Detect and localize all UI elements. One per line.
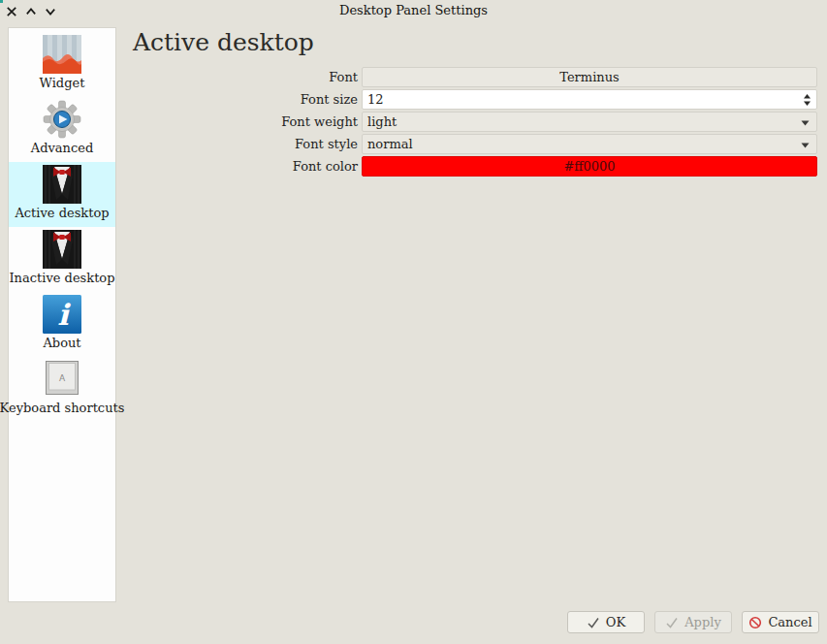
spinner-arrows-icon[interactable] xyxy=(803,93,811,107)
chevron-up-icon[interactable] xyxy=(25,6,37,17)
footer-buttons: OK Apply Cancel xyxy=(567,611,819,633)
widget-icon xyxy=(43,35,81,74)
dropdown-arrow-icon xyxy=(801,143,810,148)
check-icon xyxy=(665,616,679,629)
sidebar-item-label: Keyboard shortcuts xyxy=(0,401,124,415)
titlebar: Desktop Panel Settings xyxy=(0,0,827,23)
cancel-button-label: Cancel xyxy=(768,615,811,629)
font-button[interactable]: Terminus xyxy=(362,67,817,87)
font-weight-row: Font weight light xyxy=(126,112,817,132)
ok-button[interactable]: OK xyxy=(567,611,645,633)
font-style-label: Font style xyxy=(126,134,360,154)
sidebar-item-advanced[interactable]: Advanced xyxy=(9,97,115,162)
sidebar: Widget Advanced xyxy=(8,27,116,602)
close-icon[interactable] xyxy=(6,6,17,17)
font-style-dropdown[interactable]: normal xyxy=(362,134,817,154)
font-weight-dropdown[interactable]: light xyxy=(362,112,817,132)
font-color-button[interactable]: #ff0000 xyxy=(362,156,817,177)
chevron-down-icon[interactable] xyxy=(45,6,56,17)
sidebar-item-keyboard-shortcuts[interactable]: A Keyboard shortcuts xyxy=(9,357,115,422)
font-row: Font Terminus xyxy=(126,67,817,87)
font-color-row: Font color #ff0000 xyxy=(126,156,817,177)
gear-icon xyxy=(43,100,81,139)
check-icon xyxy=(587,616,600,629)
font-weight-label: Font weight xyxy=(126,112,360,132)
keyboard-key-icon: A xyxy=(43,360,81,399)
font-size-spinbox xyxy=(362,89,817,110)
apply-button[interactable]: Apply xyxy=(654,611,732,633)
apply-button-label: Apply xyxy=(684,615,721,629)
font-size-row: Font size xyxy=(126,89,817,110)
tuxedo-icon xyxy=(43,230,81,269)
window-title: Desktop Panel Settings xyxy=(0,0,827,23)
sidebar-item-label: About xyxy=(43,336,80,350)
font-style-row: Font style normal xyxy=(126,134,817,154)
font-color-label: Font color xyxy=(126,156,360,177)
sidebar-item-label: Active desktop xyxy=(15,206,109,220)
sidebar-item-label: Widget xyxy=(40,76,85,90)
font-label: Font xyxy=(126,67,360,87)
ok-button-label: OK xyxy=(606,615,625,629)
font-weight-value: light xyxy=(367,114,397,129)
sidebar-item-widget[interactable]: Widget xyxy=(9,32,115,97)
font-size-input[interactable] xyxy=(363,90,816,109)
window-controls xyxy=(6,6,56,17)
sidebar-item-label: Advanced xyxy=(31,141,93,155)
dropdown-arrow-icon xyxy=(801,120,810,126)
sidebar-item-about[interactable]: i About xyxy=(9,292,115,357)
svg-text:A: A xyxy=(59,373,66,383)
info-icon: i xyxy=(43,295,81,334)
cancel-button[interactable]: Cancel xyxy=(742,611,819,633)
sidebar-item-active-desktop[interactable]: Active desktop xyxy=(9,162,115,227)
tuxedo-icon xyxy=(43,165,81,204)
cancel-icon xyxy=(748,616,762,629)
font-style-value: normal xyxy=(367,137,413,151)
font-size-label: Font size xyxy=(126,89,360,110)
settings-form: Font Terminus Font size Font weight ligh… xyxy=(126,67,817,178)
sidebar-item-label: Inactive desktop xyxy=(9,271,114,285)
page-title: Active desktop xyxy=(133,28,314,56)
sidebar-item-inactive-desktop[interactable]: Inactive desktop xyxy=(9,227,115,292)
